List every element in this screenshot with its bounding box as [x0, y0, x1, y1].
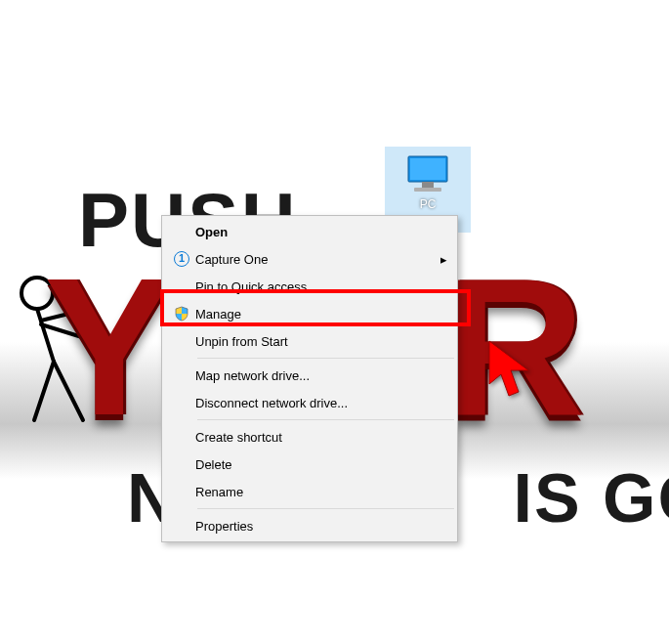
menu-separator [197, 358, 454, 359]
menu-item-disconnect-network-drive[interactable]: Disconnect network drive... [164, 389, 455, 416]
menu-separator [197, 419, 454, 420]
menu-item-manage[interactable]: Manage [164, 300, 455, 327]
this-pc-label: PC [385, 197, 471, 211]
submenu-arrow-icon: ▸ [432, 252, 447, 267]
menu-item-map-network-drive[interactable]: Map network drive... [164, 362, 455, 389]
this-pc-icon [404, 154, 451, 193]
svg-rect-9 [414, 188, 441, 192]
svg-line-2 [41, 308, 93, 321]
capture-one-icon: 1 [168, 245, 195, 273]
svg-line-5 [54, 362, 83, 420]
svg-line-1 [37, 309, 54, 362]
menu-separator [197, 508, 454, 509]
svg-rect-8 [422, 182, 434, 188]
svg-line-3 [41, 324, 98, 342]
annotation-cursor-arrow [485, 337, 540, 402]
svg-point-0 [21, 278, 53, 309]
wallpaper-stick-figure [0, 264, 127, 440]
svg-line-4 [34, 362, 54, 420]
menu-item-pin-quick-access[interactable]: Pin to Quick access [164, 273, 455, 300]
menu-item-delete[interactable]: Delete [164, 451, 455, 478]
menu-item-create-shortcut[interactable]: Create shortcut [164, 423, 455, 451]
uac-shield-icon [168, 300, 195, 327]
wallpaper-text-bottom-right: IS GOIN [513, 460, 669, 537]
menu-item-capture-one[interactable]: 1 Capture One ▸ [164, 245, 455, 273]
menu-item-unpin-start[interactable]: Unpin from Start [164, 327, 455, 355]
svg-rect-7 [410, 158, 445, 180]
context-menu: Open 1 Capture One ▸ Pin to Quick access… [161, 215, 458, 542]
desktop-scene: PUSH YOUR N IS GOIN PC Open 1 [0, 0, 669, 644]
menu-item-rename[interactable]: Rename [164, 478, 455, 505]
menu-item-properties[interactable]: Properties [164, 512, 455, 539]
menu-item-open[interactable]: Open [164, 218, 455, 245]
